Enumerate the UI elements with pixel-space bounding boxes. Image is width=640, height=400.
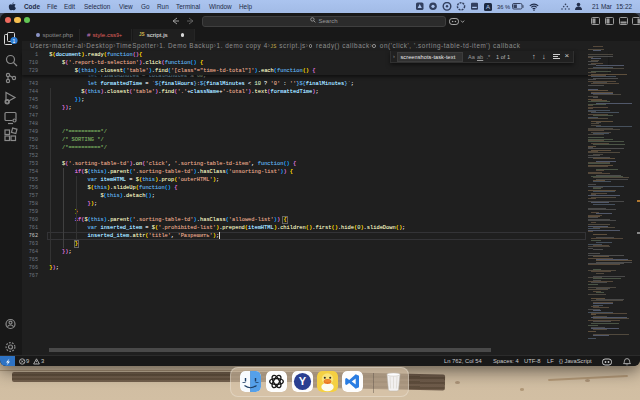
svg-text:1: 1 [13, 38, 16, 44]
svg-text:Y: Y [298, 375, 306, 387]
